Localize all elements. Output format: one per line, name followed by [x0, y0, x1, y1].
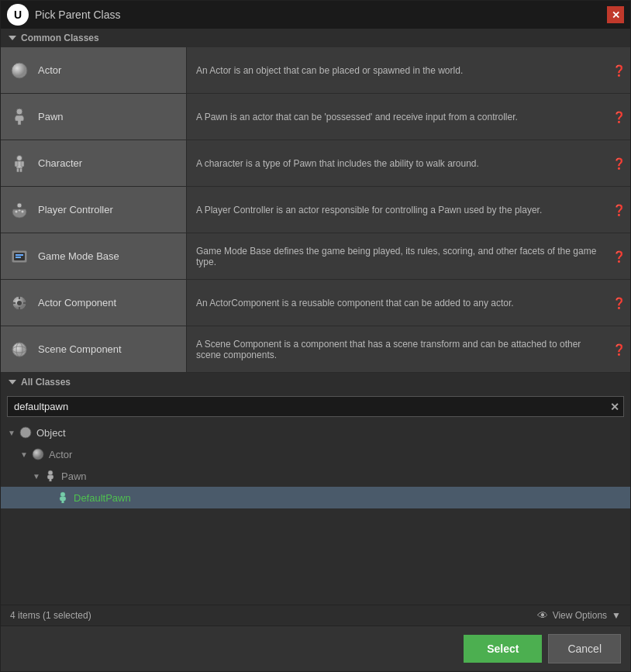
- actor-icon: [9, 60, 30, 81]
- class-row-actorcomponent: Actor Component An ActorComponent is a r…: [1, 280, 630, 326]
- view-options-label: View Options: [553, 610, 607, 621]
- common-classes-label: Common Classes: [21, 33, 99, 43]
- class-row-gamemodebase: Game Mode Base Game Mode Base defines th…: [1, 233, 630, 280]
- class-name-gamemodebase: Game Mode Base: [38, 250, 119, 262]
- search-clear-button[interactable]: ✕: [610, 401, 619, 413]
- class-desc-actorcomponent: An ActorComponent is a reusable componen…: [187, 280, 607, 326]
- svg-rect-16: [16, 257, 21, 258]
- tree-row-defaultpawn[interactable]: DefaultPawn: [1, 487, 630, 508]
- tree-row-pawn[interactable]: ▼ Pawn: [1, 465, 630, 487]
- all-classes-section: All Classes ✕ ▼ Object ▼: [1, 373, 630, 625]
- class-row-character: Character A character is a type of Pawn …: [1, 140, 630, 187]
- ue-logo: U: [7, 4, 29, 26]
- status-bar: 4 items (1 selected) 👁 View Options ▼: [1, 605, 630, 625]
- tree-icon-actor: [30, 446, 46, 462]
- tree-label-defaultpawn: DefaultPawn: [74, 492, 131, 504]
- svg-point-2: [17, 155, 22, 160]
- collapse-icon: [9, 36, 16, 40]
- tree-label-object: Object: [36, 427, 66, 439]
- class-name-character: Character: [38, 157, 82, 169]
- playercontroller-icon: [9, 199, 30, 221]
- button-row: Select Cancel: [1, 625, 630, 671]
- class-button-gamemodebase[interactable]: Game Mode Base: [1, 233, 187, 279]
- class-button-actorcomponent[interactable]: Actor Component: [1, 280, 187, 326]
- view-options-button[interactable]: 👁 View Options ▼: [537, 609, 621, 622]
- help-icon-playercontroller[interactable]: ❓: [607, 187, 630, 233]
- help-icon-actor[interactable]: ❓: [607, 47, 630, 93]
- class-row-playercontroller: Player Controller A Player Controller is…: [1, 187, 630, 233]
- cancel-button[interactable]: Cancel: [548, 634, 621, 663]
- svg-point-10: [22, 210, 24, 212]
- svg-point-29: [60, 492, 65, 497]
- common-classes-header: Common Classes: [1, 29, 630, 47]
- view-options-chevron: ▼: [612, 610, 621, 621]
- class-name-actorcomponent: Actor Component: [38, 297, 116, 308]
- class-row-scenecomponent: Scene Component A Scene Component is a c…: [1, 326, 630, 373]
- pawn-icon: [9, 106, 30, 128]
- svg-rect-7: [20, 168, 22, 172]
- help-icon-gamemodebase[interactable]: ❓: [607, 233, 630, 279]
- svg-point-8: [17, 203, 22, 208]
- tree-label-actor: Actor: [49, 449, 72, 460]
- svg-rect-6: [17, 168, 19, 172]
- scenecomponent-icon: [9, 339, 30, 360]
- search-bar: ✕: [1, 391, 630, 422]
- status-text: 4 items (1 selected): [10, 610, 91, 621]
- svg-rect-15: [16, 254, 23, 256]
- svg-rect-4: [15, 161, 18, 167]
- close-button[interactable]: ✕: [607, 6, 624, 23]
- class-desc-scenecomponent: A Scene Component is a component that ha…: [187, 326, 607, 372]
- tree-icon-defaultpawn: [55, 490, 71, 505]
- class-row-pawn: Pawn A Pawn is an actor that can be 'pos…: [1, 94, 630, 140]
- tree-toggle-actor: ▼: [19, 450, 29, 459]
- svg-rect-12: [19, 208, 20, 211]
- svg-point-18: [17, 301, 22, 305]
- class-name-pawn: Pawn: [38, 111, 64, 122]
- actorcomponent-icon: [9, 292, 30, 314]
- tree-row-actor[interactable]: ▼ Actor: [1, 443, 630, 465]
- class-name-actor: Actor: [38, 64, 61, 76]
- help-icon-character[interactable]: ❓: [607, 140, 630, 186]
- all-classes-header: All Classes: [1, 373, 630, 391]
- dialog-title: Pick Parent Class: [35, 9, 120, 21]
- select-button[interactable]: Select: [464, 635, 542, 663]
- class-name-playercontroller: Player Controller: [38, 204, 113, 215]
- tree-row-object[interactable]: ▼ Object: [1, 422, 630, 443]
- dialog: U Pick Parent Class ✕ Common Classes: [0, 0, 631, 672]
- tree-toggle-defaultpawn: [44, 493, 53, 502]
- class-desc-character: A character is a type of Pawn that inclu…: [187, 140, 607, 186]
- character-icon: [9, 153, 30, 174]
- help-icon-scenecomponent[interactable]: ❓: [607, 326, 630, 372]
- gamemodebase-icon: [9, 246, 30, 267]
- class-desc-gamemodebase: Game Mode Base defines the game being pl…: [187, 233, 607, 279]
- svg-point-0: [12, 63, 27, 78]
- class-button-pawn[interactable]: Pawn: [1, 94, 187, 140]
- all-classes-label: All Classes: [21, 377, 71, 388]
- class-button-scenecomponent[interactable]: Scene Component: [1, 326, 187, 372]
- search-input[interactable]: [7, 396, 624, 417]
- svg-point-23: [12, 343, 26, 357]
- class-desc-actor: An Actor is an object that can be placed…: [187, 47, 607, 93]
- common-classes-section: Common Classes Actor: [1, 29, 630, 373]
- svg-point-9: [16, 210, 18, 212]
- help-icon-pawn[interactable]: ❓: [607, 94, 630, 140]
- all-classes-collapse-icon: [9, 380, 16, 384]
- class-desc-playercontroller: A Player Controller is an actor responsi…: [187, 187, 607, 233]
- tree-icon-object: [18, 425, 33, 440]
- tree-label-pawn: Pawn: [61, 470, 87, 482]
- svg-rect-5: [21, 161, 24, 167]
- class-button-actor[interactable]: Actor: [1, 47, 187, 93]
- class-button-playercontroller[interactable]: Player Controller: [1, 187, 187, 233]
- class-row-actor: Actor An Actor is an object that can be …: [1, 47, 630, 94]
- help-icon-actorcomponent[interactable]: ❓: [607, 280, 630, 326]
- class-button-character[interactable]: Character: [1, 140, 187, 186]
- tree-view: ▼ Object ▼: [1, 422, 630, 605]
- class-name-scenecomponent: Scene Component: [38, 343, 122, 355]
- title-bar: U Pick Parent Class ✕: [1, 1, 630, 29]
- tree-toggle-object: ▼: [7, 428, 16, 437]
- tree-toggle-pawn: ▼: [32, 471, 41, 481]
- svg-point-27: [33, 449, 43, 460]
- eye-icon: 👁: [537, 609, 548, 622]
- class-desc-pawn: A Pawn is an actor that can be 'possesse…: [187, 94, 607, 140]
- svg-point-1: [16, 109, 22, 115]
